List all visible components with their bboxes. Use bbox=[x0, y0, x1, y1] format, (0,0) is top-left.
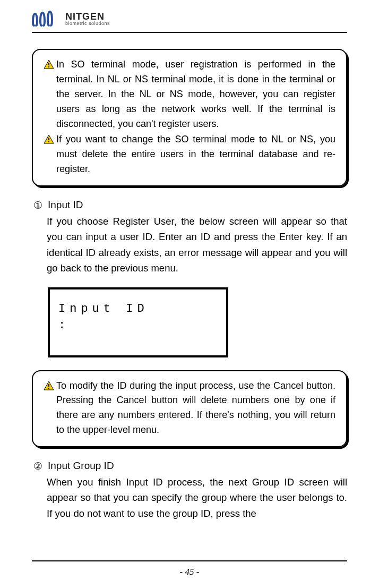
header: NITGEN biometric solutions bbox=[32, 11, 347, 31]
section-body: When you finish Input ID process, the ne… bbox=[32, 474, 347, 521]
callout-item: If you want to change the SO terminal mo… bbox=[44, 132, 335, 177]
section-title: Input Group ID bbox=[48, 460, 114, 472]
svg-rect-1 bbox=[48, 63, 49, 65]
callout-box-1: In SO terminal mode, user registration i… bbox=[32, 49, 347, 186]
footer-rule bbox=[32, 560, 347, 561]
callout-text: In SO terminal mode, user registration i… bbox=[56, 57, 335, 131]
callout-text: To modify the ID during the input proces… bbox=[56, 379, 335, 438]
lcd-line-1: Input ID bbox=[58, 301, 218, 318]
section-heading: ② Input Group ID bbox=[32, 460, 347, 472]
svg-rect-8 bbox=[48, 388, 49, 389]
section-number: ① bbox=[32, 199, 44, 211]
svg-rect-7 bbox=[48, 384, 49, 387]
section-input-group-id: ② Input Group ID When you finish Input I… bbox=[32, 460, 347, 521]
section-number: ② bbox=[32, 460, 44, 472]
svg-rect-4 bbox=[48, 138, 49, 140]
lcd-line-2: : bbox=[58, 318, 218, 334]
header-rule bbox=[32, 32, 347, 33]
logo-brand: NITGEN bbox=[65, 12, 110, 21]
lcd-screen: Input ID : bbox=[48, 287, 228, 357]
warning-icon bbox=[44, 380, 54, 390]
section-title: Input ID bbox=[48, 199, 83, 211]
warning-icon bbox=[44, 134, 54, 143]
logo-tagline: biometric solutions bbox=[65, 21, 110, 26]
callout-box-2: To modify the ID during the input proces… bbox=[32, 370, 347, 448]
callout-text: If you want to change the SO terminal mo… bbox=[56, 132, 335, 177]
svg-rect-5 bbox=[48, 141, 49, 142]
section-heading: ① Input ID bbox=[32, 199, 347, 211]
section-input-id: ① Input ID If you choose Register User, … bbox=[32, 199, 347, 276]
callout-item: In SO terminal mode, user registration i… bbox=[44, 57, 335, 131]
warning-icon bbox=[44, 59, 54, 69]
logo-text: NITGEN biometric solutions bbox=[65, 12, 110, 26]
page: NITGEN biometric solutions In SO termina… bbox=[0, 0, 379, 588]
svg-rect-2 bbox=[48, 66, 49, 67]
page-number: - 45 - bbox=[0, 567, 379, 577]
logo-icon bbox=[32, 11, 61, 27]
callout-item: To modify the ID during the input proces… bbox=[44, 379, 335, 438]
section-body: If you choose Register User, the below s… bbox=[32, 214, 347, 276]
